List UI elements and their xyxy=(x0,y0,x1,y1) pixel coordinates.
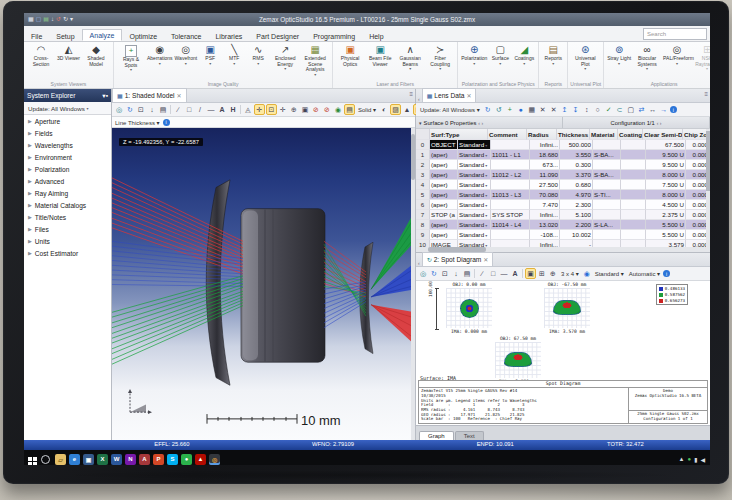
settings-icon[interactable]: ◎ xyxy=(114,105,124,115)
save-icon[interactable]: ↓ xyxy=(451,269,461,279)
biocular-systems-button[interactable]: ∞Biocular Systems xyxy=(632,43,662,71)
tree-item-environment[interactable]: ▶Environment xyxy=(24,151,111,163)
zoom-window-icon[interactable]: ⊡ xyxy=(266,104,277,115)
excel-icon[interactable]: X xyxy=(97,454,108,465)
aberrations-button[interactable]: ◉Aberrations xyxy=(146,43,174,66)
table-row[interactable]: 7STOP (aStandardSYS STOPInfini...5.1002.… xyxy=(416,210,710,220)
tab-analyze[interactable]: Analyze xyxy=(82,29,123,41)
copy-icon[interactable]: ⊡ xyxy=(440,269,450,279)
pattern-icon[interactable]: ◉ xyxy=(582,269,592,279)
table-row[interactable]: 5(aper)Standard11013 - L370.0804.970S-TI… xyxy=(416,190,710,200)
col-thickness[interactable]: Thickness xyxy=(557,129,590,140)
draw-line-icon[interactable]: ∕ xyxy=(173,105,183,115)
edge-icon[interactable]: e xyxy=(69,454,80,465)
physical-optics-button[interactable]: ▣Physical Optics xyxy=(335,43,365,67)
rotate-view-icon[interactable]: ◬ xyxy=(243,105,253,115)
mtf-button[interactable]: ╲MTF xyxy=(222,43,246,66)
help-icon[interactable]: i xyxy=(163,119,170,126)
help-icon[interactable]: i xyxy=(670,106,677,113)
contrast-icon[interactable]: ◐ xyxy=(379,105,389,115)
beam-file-viewer-button[interactable]: ▣Beam File Viewer xyxy=(365,43,395,67)
col-chip-zone[interactable]: Chip Zone xyxy=(683,129,707,140)
word-icon[interactable]: W xyxy=(111,454,122,465)
text-tool-icon[interactable]: A xyxy=(510,269,520,279)
tab-setup[interactable]: Setup xyxy=(49,31,81,41)
col-coating[interactable]: Coating xyxy=(618,129,643,140)
viewport-scrollbar[interactable] xyxy=(411,128,415,440)
expand-arrow-icon[interactable]: ▶ xyxy=(28,154,32,160)
print-icon[interactable]: ▤ xyxy=(462,269,472,279)
update-icon[interactable]: ↻ xyxy=(429,269,439,279)
close-icon[interactable]: ✕ xyxy=(177,92,182,99)
tab-optimize[interactable]: Optimize xyxy=(122,31,164,41)
extended-scene-button[interactable]: ▦Extended Scene Analysis xyxy=(300,43,330,77)
rays-spots-button[interactable]: +Rays & Spots xyxy=(116,43,146,72)
tree-item-fields[interactable]: ▶Fields xyxy=(24,127,111,139)
tree-item-aperture[interactable]: ▶Aperture xyxy=(24,115,111,127)
clip-off-icon[interactable]: ⊘ xyxy=(311,105,321,115)
table-row[interactable]: 1(aper)Standard11011 - L118.6803.550S-BA… xyxy=(416,150,710,160)
expand-arrow-icon[interactable]: ▶ xyxy=(28,190,32,196)
powerpoint-icon[interactable]: P xyxy=(153,454,164,465)
table-row[interactable]: 2(aper)Standard673...0.3009.500 U0.000 xyxy=(416,160,710,170)
tree-item-advanced[interactable]: ▶Advanced xyxy=(24,175,111,187)
expand-arrow-icon[interactable]: ▶ xyxy=(28,166,32,172)
tree-item-material-catalogs[interactable]: ▶Material Catalogs xyxy=(24,199,111,211)
lens-data-tab[interactable]: ▦ Lens Data ✕ xyxy=(422,88,477,102)
info-icon[interactable]: ◉ xyxy=(333,105,343,115)
col-clear-semi-dia[interactable]: Clear Semi-Dia xyxy=(643,129,683,140)
capture-icon[interactable]: ▣ xyxy=(300,105,310,115)
update-all-icon[interactable]: ↻ xyxy=(483,105,493,115)
close-icon[interactable]: ✕ xyxy=(483,256,488,263)
font-tool-icon[interactable]: H xyxy=(228,105,238,115)
tab-programming[interactable]: Programming xyxy=(306,31,362,41)
check-icon[interactable]: ✓ xyxy=(604,105,614,115)
move-up-icon[interactable]: ↥ xyxy=(560,105,570,115)
expand-arrow-icon[interactable]: ▶ xyxy=(28,250,32,256)
cross-section-button[interactable]: ◠Cross-Section xyxy=(26,43,56,67)
move-icon[interactable]: ✛ xyxy=(278,105,288,115)
col-material[interactable]: Material xyxy=(590,129,618,140)
rms-button[interactable]: ∿RMS xyxy=(246,43,270,66)
stray-light-button[interactable]: ⊚Stray Light xyxy=(606,43,632,66)
move-down-icon[interactable]: ↧ xyxy=(571,105,581,115)
shaded-model-tab[interactable]: ▦ 1: Shaded Model ✕ xyxy=(112,88,187,102)
pan-tool-icon[interactable]: ✛ xyxy=(254,104,265,115)
rays-off-icon[interactable]: ⊘ xyxy=(322,105,332,115)
tree-item-units[interactable]: ▶Units xyxy=(24,235,111,247)
aperture-icon[interactable]: ○ xyxy=(593,105,603,115)
grid-layout-dropdown[interactable]: 3 x 4 ▾ xyxy=(559,270,581,277)
surface-properties-toggle[interactable]: ▾ Surface 0 Properties ‹ › xyxy=(416,117,563,128)
tab-part-designer[interactable]: Part Designer xyxy=(249,31,306,41)
webex-icon[interactable]: ● xyxy=(181,454,192,465)
tab-list-icon[interactable]: ≡ xyxy=(704,91,708,97)
update-dropdown[interactable]: Update: All Windows ▾ xyxy=(418,106,482,113)
col-comment[interactable]: Comment xyxy=(488,129,527,140)
zoom-in-icon[interactable]: ⊕ xyxy=(548,269,558,279)
reverse-icon[interactable]: ↔ xyxy=(648,105,658,115)
tab-file[interactable]: File xyxy=(24,31,49,41)
table-row[interactable]: 6(aper)Standard7.4702.3004.500 U0.000 xyxy=(416,200,710,210)
configuration-selector[interactable]: Configuration 1/1 ‹ › xyxy=(563,117,710,128)
grid-view-icon[interactable]: ▣ xyxy=(525,268,536,279)
update-icon[interactable]: ↻ xyxy=(125,105,135,115)
gaussian-beams-button[interactable]: ∧Gaussian Beams xyxy=(395,43,425,71)
layers-icon[interactable]: ▤ xyxy=(344,104,355,115)
explorer-update-dropdown[interactable]: Update: All Windows ▾ xyxy=(24,102,111,115)
convert-icon[interactable]: ⊂ xyxy=(615,105,625,115)
tree-item-title-notes[interactable]: ▶Title/Notes xyxy=(24,211,111,223)
panel-pin-icon[interactable]: ▪ xyxy=(106,89,108,102)
col-surf-type[interactable]: Surf:Type xyxy=(430,129,488,140)
file-explorer-icon[interactable]: ▱ xyxy=(55,454,66,465)
universal-plot-button[interactable]: ⊛Universal Plot xyxy=(570,43,600,71)
spot-diagram-tab[interactable]: ↻ 2: Spot Diagram ✕ xyxy=(422,252,494,266)
text-tab[interactable]: Text xyxy=(455,431,484,440)
table-row[interactable]: 4(aper)Standard27.5000.6807.500 U0.000 xyxy=(416,180,710,190)
corner-cell[interactable] xyxy=(416,129,430,140)
text-tool-icon[interactable]: A xyxy=(217,105,227,115)
reports-button[interactable]: ▤Reports xyxy=(541,43,565,66)
settings-icon[interactable]: ◎ xyxy=(418,269,428,279)
swap-icon[interactable]: ↕ xyxy=(582,105,592,115)
wavefront-button[interactable]: ◎Wavefront xyxy=(174,43,199,66)
save-icon[interactable]: ↓ xyxy=(147,105,157,115)
